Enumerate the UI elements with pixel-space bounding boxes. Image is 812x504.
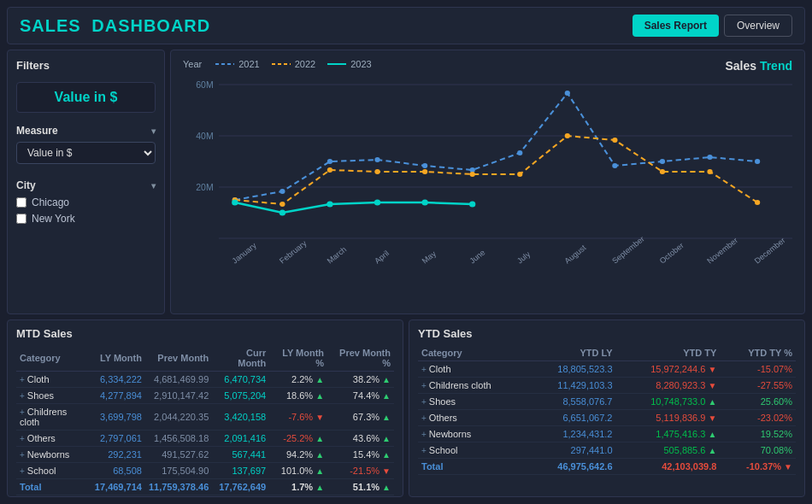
table-row: Total 17,469,714 11,759,378.46 17,762,64… <box>16 479 394 495</box>
ytd-ty-cell: 15,972,244.6 ▼ <box>616 361 721 378</box>
svg-point-37 <box>374 169 380 174</box>
ytd-ty-cell: 8,280,923.3 ▼ <box>616 378 721 394</box>
measure-chevron: ▾ <box>151 126 156 136</box>
dashboard: SALES DASHBOARD Sales Report Overview Fi… <box>0 0 812 504</box>
sales-report-button[interactable]: Sales Report <box>633 15 719 37</box>
category-cell: +Others <box>16 431 91 447</box>
ytd-ly-cell: 6,651,067.2 <box>527 410 615 426</box>
prev-cell: 175,504.90 <box>145 463 212 479</box>
svg-text:September: September <box>610 235 646 266</box>
ly-cell: 6,334,222 <box>91 372 145 388</box>
svg-point-36 <box>327 167 332 173</box>
category-cell: +Childrens cloth <box>418 378 527 394</box>
curr-cell: 137,697 <box>212 463 269 479</box>
title-accent: DASHBOARD <box>91 16 210 35</box>
new-york-label: New York <box>32 213 75 225</box>
ytd-ty-cell: 505,885.6 ▲ <box>616 442 721 459</box>
svg-point-40 <box>517 172 522 177</box>
svg-point-28 <box>517 150 522 155</box>
category-cell: Total <box>418 459 527 475</box>
measure-label-text: Measure <box>16 125 58 137</box>
chart-area: 60M 40M 20M January February March April… <box>183 76 792 281</box>
svg-text:January: January <box>231 241 259 265</box>
svg-text:October: October <box>658 241 685 265</box>
ytd-ly-cell: 1,234,431.2 <box>527 426 615 442</box>
header-buttons: Sales Report Overview <box>633 15 792 37</box>
mtd-title: MTD Sales <box>16 327 394 340</box>
svg-point-44 <box>707 169 712 174</box>
header-title: SALES DASHBOARD <box>20 16 210 36</box>
ytd-pct-cell: -27.55% <box>720 378 796 394</box>
curr-cell: 2,091,416 <box>212 431 269 447</box>
overview-button[interactable]: Overview <box>724 15 792 37</box>
table-row: +Newborns 1,234,431.2 1,475,416.3 ▲ 19.5… <box>418 426 796 442</box>
mtd-col-category: Category <box>16 345 91 372</box>
ytd-col-category: Category <box>418 345 527 361</box>
table-row: +Cloth 18,805,523.3 15,972,244.6 ▼ -15.0… <box>418 361 796 378</box>
legend-2022-label: 2022 <box>295 59 315 69</box>
mtd-col-prev: Prev Month <box>145 345 212 372</box>
ytd-table-panel: YTD Sales Category YTD LY YTD TY YTD TY … <box>409 319 805 497</box>
city-label: City ▾ <box>16 179 156 191</box>
prev-pct-cell: 74.4% ▲ <box>327 388 394 404</box>
chart-title-right: Sales Trend <box>725 59 792 73</box>
prev-pct-cell: -21.5% ▼ <box>327 463 394 479</box>
mtd-col-prev-pct: Prev Month % <box>327 345 394 372</box>
value-in-dollar-display: Value in $ <box>16 82 156 113</box>
svg-point-31 <box>660 159 665 164</box>
table-row: +Others 6,651,067.2 5,119,836.9 ▼ -23.02… <box>418 410 796 426</box>
svg-point-32 <box>707 155 712 160</box>
curr-cell: 567,441 <box>212 447 269 463</box>
svg-text:February: February <box>278 239 309 266</box>
city-label-text: City <box>16 179 36 191</box>
category-cell: +Cloth <box>418 361 527 378</box>
sales-trend-chart: 60M 40M 20M January February March April… <box>183 76 792 281</box>
ytd-ty-cell: 42,103,039.8 <box>616 459 721 475</box>
svg-text:60M: 60M <box>196 80 213 90</box>
ly-cell: 4,277,894 <box>91 388 145 404</box>
mtd-col-ly-pct: LY Month % <box>269 345 327 372</box>
chicago-checkbox[interactable] <box>16 197 26 208</box>
svg-point-49 <box>374 200 380 206</box>
ly-cell: 68,508 <box>91 463 145 479</box>
category-cell: +Cloth <box>16 372 91 388</box>
svg-text:August: August <box>563 243 588 266</box>
svg-text:40M: 40M <box>196 132 213 141</box>
svg-point-47 <box>279 210 285 216</box>
category-cell: Total <box>16 479 91 495</box>
table-row: +School 297,441.0 505,885.6 ▲ 70.08% <box>418 442 796 459</box>
ly-pct-cell: -7.6% ▼ <box>269 404 327 431</box>
table-row: +School 68,508 175,504.90 137,697 101.0%… <box>16 463 394 479</box>
chart-title-accent: Trend <box>760 59 792 73</box>
svg-point-29 <box>565 91 570 96</box>
svg-text:April: April <box>373 249 391 265</box>
mtd-col-curr: Curr Month <box>212 345 269 372</box>
svg-point-45 <box>755 200 760 205</box>
new-york-checkbox[interactable] <box>16 214 26 224</box>
ytd-table: Category YTD LY YTD TY YTD TY % +Cloth 1… <box>418 345 796 475</box>
line-2021 <box>235 93 757 200</box>
ly-pct-cell: 101.0% ▲ <box>269 463 327 479</box>
ytd-ly-cell: 11,429,103.3 <box>527 378 615 394</box>
ly-pct-cell: 94.2% ▲ <box>269 447 327 463</box>
prev-pct-cell: 51.1% ▲ <box>327 479 394 495</box>
legend-year-label: Year <box>183 59 202 69</box>
city-chicago: Chicago <box>16 196 156 208</box>
prev-pct-cell: 67.3% ▲ <box>327 404 394 431</box>
svg-text:July: July <box>515 249 533 265</box>
chicago-label: Chicago <box>32 196 69 208</box>
svg-point-39 <box>470 172 475 177</box>
line-2022 <box>235 136 757 204</box>
category-cell: +School <box>418 442 527 459</box>
ytd-ty-cell: 1,475,416.3 ▲ <box>616 426 721 442</box>
ytd-ty-cell: 5,119,836.9 ▼ <box>616 410 721 426</box>
ytd-pct-cell: 25.60% <box>720 394 796 410</box>
svg-point-33 <box>755 159 760 164</box>
measure-select[interactable]: Value in $ <box>16 142 156 164</box>
chart-legend: Year 2021 2022 2023 <box>183 59 372 69</box>
svg-point-41 <box>565 133 570 138</box>
ly-cell: 17,469,714 <box>91 479 145 495</box>
table-row: +Others 2,797,061 1,456,508.18 2,091,416… <box>16 431 394 447</box>
ytd-pct-cell: 19.52% <box>720 426 796 442</box>
curr-cell: 5,075,204 <box>212 388 269 404</box>
